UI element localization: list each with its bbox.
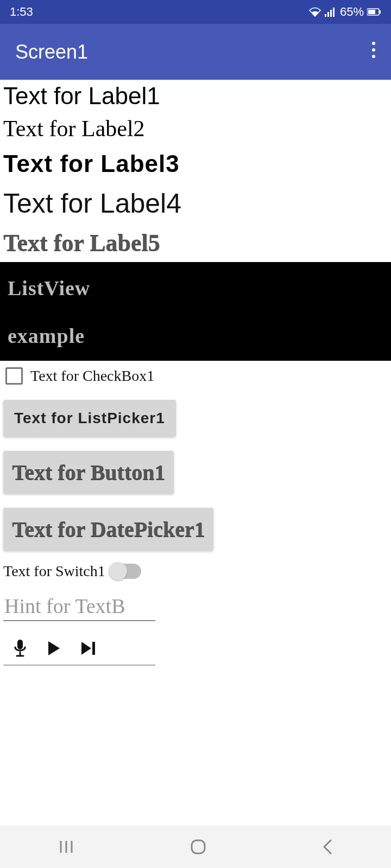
signal-icon	[325, 7, 337, 17]
listview-item[interactable]: ListView	[8, 272, 383, 320]
status-battery-text: 65%	[340, 5, 364, 19]
svg-rect-5	[368, 10, 375, 14]
svg-rect-1	[327, 12, 329, 17]
recent-apps-icon[interactable]	[57, 839, 75, 855]
listview-item[interactable]: example	[8, 320, 383, 352]
listpicker1-button[interactable]: Text for ListPicker1	[3, 400, 176, 437]
status-bar: 1:53 65%	[0, 0, 391, 24]
media-controls	[3, 639, 155, 666]
switch-label: Text for Switch1	[3, 563, 105, 580]
svg-rect-19	[192, 840, 205, 853]
wifi-icon	[308, 7, 321, 17]
button1[interactable]: Text for Button1	[3, 451, 174, 494]
checkbox-box-icon[interactable]	[5, 367, 23, 385]
label1: Text for Label1	[3, 81, 388, 111]
play-icon[interactable]	[47, 640, 61, 656]
label2: Text for Label2	[3, 111, 388, 147]
textbox1[interactable]	[3, 591, 155, 621]
switch1[interactable]: Text for Switch1	[3, 563, 388, 580]
content-area: Text for Label1 Text for Label2 Text for…	[0, 80, 391, 667]
status-right: 65%	[308, 5, 381, 19]
label5: Text for Label5	[3, 227, 388, 259]
svg-rect-15	[92, 642, 95, 655]
svg-point-9	[372, 55, 375, 58]
switch-toggle[interactable]	[110, 564, 141, 579]
back-icon[interactable]	[321, 838, 334, 856]
skip-next-icon[interactable]	[80, 641, 97, 656]
android-nav-bar	[0, 826, 391, 868]
microphone-icon[interactable]	[13, 639, 27, 658]
datepicker1-button[interactable]: Text for DatePicker1	[3, 508, 213, 551]
svg-rect-10	[17, 640, 23, 649]
svg-rect-6	[380, 10, 381, 14]
listview[interactable]: ListView example	[0, 262, 391, 361]
svg-rect-0	[325, 14, 326, 17]
battery-icon	[367, 8, 381, 16]
svg-point-7	[372, 42, 375, 45]
svg-marker-13	[48, 641, 60, 655]
svg-rect-2	[330, 10, 332, 17]
label3: Text for Label3	[3, 147, 388, 181]
home-icon[interactable]	[190, 838, 207, 856]
checkbox1[interactable]: Text for CheckBox1	[3, 362, 388, 390]
status-time: 1:53	[10, 5, 33, 19]
checkbox-label: Text for CheckBox1	[30, 367, 154, 385]
svg-point-8	[372, 48, 375, 52]
svg-rect-3	[333, 8, 335, 17]
overflow-menu-icon[interactable]	[371, 41, 376, 63]
label4: Text for Label4	[3, 181, 388, 227]
svg-marker-14	[81, 642, 91, 655]
app-bar: Screen1	[0, 24, 391, 80]
app-title: Screen1	[15, 41, 88, 63]
